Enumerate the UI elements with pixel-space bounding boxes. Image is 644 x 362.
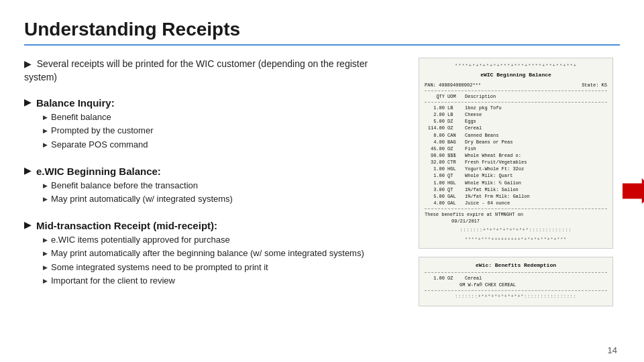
right-panel: ****+*+*+*+*+***+***+****+**+**+**+ eWIC… — [412, 58, 620, 306]
list-item: Prompted by the customer — [43, 125, 398, 137]
receipt-item-row: 1.00HGLWhole Milk: ½ Gallon — [425, 180, 607, 186]
col-qty: QTY — [425, 93, 445, 100]
pan-label: PAN: 408894000002*** — [425, 82, 481, 88]
intro-content: Several receipts will be printed for the… — [24, 58, 368, 82]
section-mid-transaction: ▶ Mid-transaction Receipt (mid-receipt):… — [24, 220, 398, 288]
mid-transaction-title: ▶ Mid-transaction Receipt (mid-receipt): — [24, 220, 398, 231]
receipt-benefits-redemption: eWic: Benefits Redemption 1.00 OZ Cereal… — [419, 257, 613, 306]
receipt-item-row: 1.00LB1boz pkg Tofu — [425, 105, 607, 111]
arrow-bullet: ▶ — [24, 58, 34, 69]
receipt2-item-row: 1.00 OZ Cereal — [425, 275, 607, 282]
section-arrow: ▶ — [24, 220, 31, 230]
list-item: Important for the client to review — [43, 275, 398, 287]
ewic-beginning-title: ▶ e.WIC Beginning Balance: — [24, 166, 398, 177]
receipt-item-row: 32.00CTRFresh Fruit/Vegetables — [425, 159, 607, 166]
receipt-col-headers: QTY UOM Description — [425, 93, 607, 100]
receipt-header-dots: ****+*+*+*+*+***+***+****+**+**+**+ — [425, 62, 607, 69]
section-ewic-beginning: ▶ e.WIC Beginning Balance: Benefit balan… — [24, 166, 398, 206]
receipt2-divider — [425, 290, 607, 291]
receipt-beginning-balance: ****+*+*+*+*+***+***+****+**+**+**+ eWIC… — [419, 58, 613, 249]
receipt-item-row: 1.00QTWhole Milk: Quart — [425, 172, 607, 179]
receipt-divider — [425, 102, 607, 103]
receipt-item-row: 114.00OZCereal — [425, 125, 607, 131]
receipt1-pan-row: PAN: 408894000002*** State: KS — [425, 82, 607, 88]
content-area: ▶ Several receipts will be printed for t… — [24, 58, 620, 306]
page-number: 14 — [608, 345, 617, 355]
receipt-item-row: 98.00$$$Whole Wheat Bread o: — [425, 152, 607, 159]
receipt-item-row: 5.00DZEggs — [425, 118, 607, 125]
mid-transaction-list: e.WIC items potentially approved for pur… — [24, 234, 398, 287]
receipt-item-row: 45.00OZFish — [425, 145, 607, 152]
list-item: Separate POS command — [43, 139, 398, 151]
list-item: Benefit balance — [43, 111, 398, 123]
list-item: May print automatically after the beginn… — [43, 247, 398, 259]
state-value: State: KS — [582, 82, 607, 88]
col-uom: UOM — [447, 93, 462, 100]
receipt2-footer: :::::::+*+*+*+*+*+*+*:::::::::::::::: — [425, 294, 607, 300]
section-balance-inquiry: ▶ Balance Inquiry: Benefit balance Promp… — [24, 97, 398, 152]
list-item: Some integrated systems need to be promp… — [43, 261, 398, 274]
receipt2-brand-row: GM W-fa® CHEX CEREAL — [425, 282, 607, 288]
receipt-item-row: 4.00BAGDry Beans or Peas — [425, 139, 607, 145]
list-item: e.WIC items potentially approved for pur… — [43, 234, 398, 246]
red-arrow-icon — [623, 178, 644, 204]
balance-inquiry-title: ▶ Balance Inquiry: — [24, 97, 398, 109]
receipt-item-row: 3.00QT1%/fat Milk: Sallon — [425, 186, 607, 193]
section-arrow: ▶ — [24, 97, 31, 107]
receipt-item-row: 8.00CANCanned Beans — [425, 132, 607, 139]
receipt-item-row: 2.00LBCheese — [425, 111, 607, 118]
section-arrow: ▶ — [24, 166, 31, 176]
slide: Understanding Receipts ▶ Several receipt… — [0, 0, 644, 362]
receipt2-divider — [425, 272, 607, 273]
intro-text: ▶ Several receipts will be printed for t… — [24, 58, 398, 84]
receipt-divider — [425, 90, 607, 91]
left-panel: ▶ Several receipts will be printed for t… — [24, 58, 398, 306]
receipt-item-row: 5.00GAL1%/fat Frm Milk: Gallon — [425, 193, 607, 200]
balance-inquiry-list: Benefit balance Prompted by the customer… — [24, 111, 398, 151]
list-item: May print automatically (w/ integrated s… — [43, 193, 398, 205]
list-item: Benefit balance before the transaction — [43, 180, 398, 192]
receipt-footer2: ****+***+++++++++*+*+*+**+*+*** — [425, 237, 607, 243]
receipt-expires: These benefits expire at NTMNGHT on 09/2… — [425, 211, 607, 225]
receipt-footer1: :::::::+*+*+*+*+*+*+*::::::::::::: — [425, 227, 607, 233]
receipt-item-row: 1.00HGLYogurt-Whole Ft: 32oz — [425, 166, 607, 172]
col-desc: Description — [465, 93, 607, 100]
slide-title: Understanding Receipts — [24, 19, 620, 46]
receipt2-title: eWic: Benefits Redemption — [425, 261, 607, 269]
receipt-item-row: 4.00GALJuice - 64 ounce — [425, 200, 607, 206]
receipt-divider — [425, 208, 607, 209]
receipt1-title: eWIC Beginning Balance — [425, 71, 607, 79]
ewic-beginning-list: Benefit balance before the transaction M… — [24, 180, 398, 205]
